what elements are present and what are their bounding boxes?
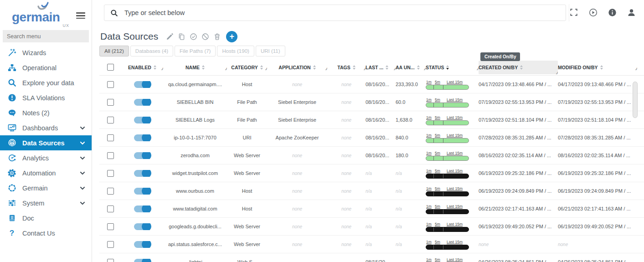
status-label-1m[interactable]: 1m [426, 186, 432, 191]
status-label-last-15m[interactable]: Last 15m [447, 133, 463, 138]
status-label-1m[interactable]: 1m [426, 151, 432, 155]
sidebar-item-explore-your-data[interactable]: Explore your data [0, 75, 92, 90]
enabled-toggle[interactable] [134, 152, 150, 159]
status-label-last-15m[interactable]: Last 15m [447, 169, 463, 173]
table-row[interactable]: www.tatadigital.com Host none none n/a n… [99, 200, 644, 218]
status-label-last-15m[interactable]: Last 15m [447, 115, 463, 120]
column-header-created-on-by[interactable]: CREATED ON/BY [479, 61, 558, 74]
column-header-tags[interactable]: TAGS [327, 65, 366, 70]
table-row[interactable]: api.status.salesforce.c... Web Server no… [99, 236, 644, 253]
column-header-name[interactable]: NAME [163, 65, 227, 70]
table-row[interactable]: SIEBELLAB BIN File Path Siebel Enterpris… [99, 93, 644, 111]
status-label-1m[interactable]: 1m [426, 257, 432, 262]
status-label-last-15m[interactable]: Last 15m [447, 204, 463, 209]
table-row[interactable]: www.ourbus.com Host none none n/a n/a 1m… [99, 182, 644, 200]
status-label-5m[interactable]: 5m [435, 151, 440, 155]
fullscreen-icon[interactable] [570, 8, 578, 17]
status-label-5m[interactable]: 5m [435, 240, 440, 244]
sidebar-item-germain[interactable]: Germain [0, 180, 92, 195]
status-bar[interactable] [426, 103, 469, 108]
sidebar-item-analytics[interactable]: Analytics [0, 150, 92, 165]
column-header-aa-units[interactable]: AA UN... [396, 65, 426, 70]
sidebar-search-input[interactable] [3, 33, 89, 40]
sidebar-item-wizards[interactable]: Wizards [0, 45, 92, 60]
table-row[interactable]: zerodha.com Web Server none none 08/16/2… [99, 147, 644, 164]
sidebar-item-doc[interactable]: Doc [0, 211, 92, 226]
table-row[interactable]: googleads.g.doublecli... Web Server none… [99, 218, 644, 236]
status-label-5m[interactable]: 5m [435, 98, 440, 102]
status-label-5m[interactable]: 5m [435, 204, 440, 209]
row-checkbox[interactable] [107, 170, 114, 177]
status-label-1m[interactable]: 1m [426, 133, 432, 138]
global-search-input[interactable] [124, 9, 560, 17]
column-header-category[interactable]: CATEGORY [227, 65, 267, 70]
sidebar-item-notes[interactable]: Notes (2) [0, 105, 92, 120]
disable-ban-icon[interactable] [201, 33, 209, 41]
row-checkbox[interactable] [107, 81, 114, 88]
row-checkbox[interactable] [107, 117, 114, 123]
status-label-1m[interactable]: 1m [426, 80, 432, 84]
status-label-5m[interactable]: 5m [435, 169, 440, 173]
tab-all[interactable]: All (212) [99, 46, 129, 57]
sidebar-item-automation[interactable]: Automation [0, 165, 92, 180]
select-all-checkbox[interactable] [107, 64, 114, 71]
sidebar-item-sla-violations[interactable]: SLA Violations [0, 90, 92, 105]
column-header-application[interactable]: APPLICATION [267, 65, 327, 70]
row-checkbox[interactable] [107, 152, 114, 159]
edit-icon[interactable] [166, 33, 174, 41]
enabled-toggle[interactable] [134, 223, 150, 230]
status-label-1m[interactable]: 1m [426, 98, 432, 102]
duplicate-icon[interactable] [178, 33, 185, 41]
enabled-toggle[interactable] [134, 205, 150, 212]
enabled-toggle[interactable] [134, 81, 150, 88]
table-row[interactable]: qa.cloud.germainapm.... Host none none 0… [99, 76, 644, 93]
status-label-1m[interactable]: 1m [426, 169, 432, 173]
column-header-last[interactable]: LAST ... [366, 65, 396, 70]
play-circle-icon[interactable] [589, 8, 598, 17]
enabled-toggle[interactable] [134, 134, 150, 141]
tab-hosts[interactable]: Hosts (190) [217, 46, 254, 57]
status-label-last-15m[interactable]: Last 15m [447, 98, 463, 102]
status-bar[interactable] [426, 138, 469, 143]
enabled-toggle[interactable] [134, 188, 150, 195]
status-label-1m[interactable]: 1m [426, 222, 432, 226]
status-bar[interactable] [426, 156, 469, 161]
row-checkbox[interactable] [107, 259, 114, 262]
sidebar-item-system[interactable]: System [0, 195, 92, 211]
status-label-5m[interactable]: 5m [435, 222, 440, 226]
status-label-last-15m[interactable]: Last 15m [447, 222, 463, 226]
row-checkbox[interactable] [107, 99, 114, 106]
scrollbar-thumb[interactable] [633, 82, 638, 118]
status-label-1m[interactable]: 1m [426, 115, 432, 120]
status-bar[interactable] [426, 245, 469, 250]
sidebar-item-contact-us[interactable]: ? Contact Us [0, 226, 92, 241]
tab-databases[interactable]: Databases (4) [130, 46, 173, 57]
enabled-toggle[interactable] [134, 170, 150, 177]
enable-check-circle-icon[interactable] [190, 33, 197, 41]
status-bar[interactable] [426, 209, 469, 214]
table-row[interactable]: ....lightni... Web S... 08/15/20... 1m 5… [99, 253, 644, 262]
row-checkbox[interactable] [107, 241, 114, 248]
status-label-5m[interactable]: 5m [435, 186, 440, 191]
status-label-1m[interactable]: 1m [426, 240, 432, 244]
sidebar-item-dashboards[interactable]: Dashboards [0, 120, 92, 135]
status-label-5m[interactable]: 5m [435, 257, 440, 262]
row-checkbox[interactable] [107, 188, 114, 195]
enabled-toggle[interactable] [134, 99, 150, 106]
tab-file-paths[interactable]: File Paths (7) [175, 46, 216, 57]
delete-trash-icon[interactable] [213, 33, 221, 41]
enabled-toggle[interactable] [134, 117, 150, 123]
status-bar[interactable] [426, 191, 469, 196]
row-checkbox[interactable] [107, 134, 114, 141]
info-circle-icon[interactable] [608, 8, 617, 17]
sidebar-item-operational[interactable]: Operational [0, 60, 92, 75]
status-bar[interactable] [426, 85, 469, 90]
status-label-5m[interactable]: 5m [435, 80, 440, 84]
column-header-modified-on-by[interactable]: MODIFIED ON/BY [558, 65, 637, 70]
row-checkbox[interactable] [107, 205, 114, 212]
status-label-last-15m[interactable]: Last 15m [447, 257, 463, 262]
table-row[interactable]: ip-10-0-1-157:7070 URI Apache ZooKeeper … [99, 129, 644, 147]
column-header-status[interactable]: STATUS [426, 65, 479, 70]
status-label-last-15m[interactable]: Last 15m [447, 186, 463, 191]
sidebar-item-data-sources[interactable]: Data Sources [0, 135, 92, 150]
